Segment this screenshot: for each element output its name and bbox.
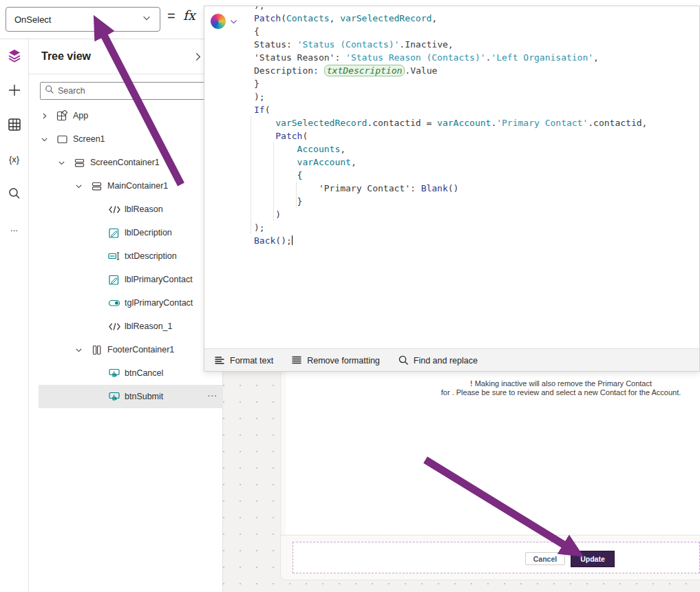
app-screen-preview[interactable]: ! Making inactive will also remove the P… (286, 372, 700, 536)
copilot-icon[interactable] (211, 14, 226, 29)
tree-item-btnSubmit[interactable]: btnSubmit... (39, 385, 223, 408)
search-icon (45, 85, 54, 97)
code-token: , (432, 13, 437, 23)
property-dropdown[interactable]: OnSelect (6, 7, 160, 32)
more-ellipsis-icon[interactable]: ... (6, 220, 23, 236)
fx-formula-icon: fx (183, 8, 195, 23)
warning-exclamation: ! (470, 379, 473, 388)
divider (29, 74, 222, 74)
button-icon (108, 391, 123, 403)
formula-code[interactable]: );Patch(Contacts, varSelectedRecord,{Sta… (254, 6, 695, 247)
code-token: , (351, 157, 357, 167)
code-token: , (340, 144, 346, 154)
divider (280, 535, 700, 536)
tree-view-icon[interactable] (6, 47, 23, 64)
chevron-down-icon[interactable] (74, 182, 91, 191)
tree-item-ScreenContainer1[interactable]: ScreenContainer1 (39, 151, 223, 174)
code-line-14: 'Primary Contact': Blank() (254, 182, 695, 195)
app-icon (56, 110, 72, 122)
search-input[interactable] (58, 86, 209, 96)
tree-item-label: lblReason (123, 204, 163, 214)
data-table-icon[interactable] (6, 116, 23, 133)
code-token: Description: (254, 65, 324, 76)
tree-item-App[interactable]: App (39, 104, 223, 127)
tree-item-MainContainer1[interactable]: MainContainer1 (39, 174, 223, 198)
code-token: .Inactive, (399, 39, 453, 50)
code-line-8: If( (254, 103, 695, 116)
code-token: 'Primary Contact' (496, 118, 588, 128)
format-text-icon (214, 355, 225, 368)
warning-line1: Making inactive will also remove the Pri… (475, 379, 652, 388)
code-token: { (297, 170, 303, 180)
code-token: { (254, 26, 259, 36)
chevron-down-icon[interactable] (229, 17, 238, 29)
variables-icon[interactable]: {x} (6, 151, 23, 167)
code-token: ); (254, 6, 265, 10)
footer-container-selection[interactable]: Cancel Update (293, 542, 700, 573)
tree-item-label: lblPrimaryContact (123, 275, 193, 284)
tree-item-label: btnCancel (123, 368, 163, 378)
tree-item-btnCancel[interactable]: btnCancel (39, 361, 223, 385)
remove-formatting-button[interactable]: Remove formatting (291, 355, 380, 368)
left-navigation-rail: {x} ... (0, 39, 29, 592)
find-and-replace-button[interactable]: Find and replace (398, 355, 478, 368)
update-button[interactable]: Update (571, 551, 615, 567)
code-token: 'Status (Contacts)' (297, 39, 400, 50)
tree-search-box[interactable] (40, 82, 213, 100)
tree-item-txtDescription[interactable]: txtDescription (39, 244, 223, 268)
code-token: Back (254, 235, 275, 246)
code-token: ( (265, 105, 271, 115)
formula-property-bar: OnSelect = fx (0, 0, 204, 39)
tree-item-label: FooterContainer1 (106, 345, 174, 355)
button-icon (108, 368, 123, 379)
code-token: 'Status Reason (Contacts)' (346, 52, 486, 63)
tree-item-lblPrimaryContact[interactable]: lblPrimaryContact (39, 268, 223, 291)
tree-item-lblReason[interactable]: lblReason (39, 198, 223, 221)
tree-item-lblDecription[interactable]: lblDecription (39, 221, 223, 244)
code-line-11: Accounts, (254, 142, 695, 156)
code-line-12: varAccount, (254, 156, 695, 169)
code-line-17: ); (254, 221, 695, 234)
code-token: Patch (275, 131, 302, 141)
code-token: varSelectedRecord (275, 118, 367, 128)
code-line-4: 'Status Reason': 'Status Reason (Contact… (254, 51, 695, 64)
cancel-button[interactable]: Cancel (525, 552, 565, 565)
tree-item-lblReason_1[interactable]: lblReason_1 (39, 315, 223, 338)
code-token: Blank (421, 183, 448, 193)
format-text-label: Format text (230, 356, 273, 366)
code-line-1: Patch(Contacts, varSelectedRecord, (254, 12, 695, 25)
tree-item-Screen1[interactable]: Screen1 (39, 127, 223, 151)
find-and-replace-label: Find and replace (414, 356, 478, 366)
code-line-15: } (254, 195, 695, 208)
tree-items: AppScreen1ScreenContainer1MainContainer1… (29, 104, 223, 408)
search-icon[interactable] (6, 185, 23, 202)
chevron-down-icon[interactable] (57, 158, 74, 167)
code-line-13: { (254, 169, 695, 182)
code-line-0: ); (254, 6, 695, 12)
code-token: ); (254, 222, 265, 233)
format-text-button[interactable]: Format text (214, 355, 273, 368)
text-cursor (292, 235, 293, 245)
find-and-replace-icon (398, 355, 409, 368)
code-token: ( (281, 13, 286, 23)
more-actions-icon[interactable]: ... (207, 388, 218, 399)
chevron-right-icon[interactable] (40, 112, 56, 120)
code-token: 'Status Reason': (254, 52, 346, 63)
tree-item-FooterContainer1[interactable]: FooterContainer1 (39, 338, 223, 361)
chevron-down-icon[interactable] (40, 135, 56, 144)
html-text-icon (108, 204, 123, 215)
tree-item-tglPrimaryContact[interactable]: tglPrimaryContact (39, 291, 223, 315)
collapse-panel-icon[interactable] (193, 52, 203, 65)
powerapps-studio: {x} ... OnSelect = fx Tree view AppScree… (0, 0, 700, 592)
code-token: .contactid, (588, 118, 647, 128)
vertical-container-icon (91, 180, 106, 192)
formula-editor-panel[interactable]: );Patch(Contacts, varSelectedRecord,{Sta… (204, 6, 700, 372)
code-token: Status: (254, 39, 297, 50)
indent-guide (251, 116, 251, 234)
insert-plus-icon[interactable] (6, 82, 23, 98)
tree-item-label: MainContainer1 (106, 181, 168, 191)
remove-formatting-label: Remove formatting (307, 356, 380, 366)
remove-formatting-icon (291, 355, 302, 368)
chevron-down-icon[interactable] (74, 346, 91, 355)
code-token: txtDescription (324, 65, 405, 76)
